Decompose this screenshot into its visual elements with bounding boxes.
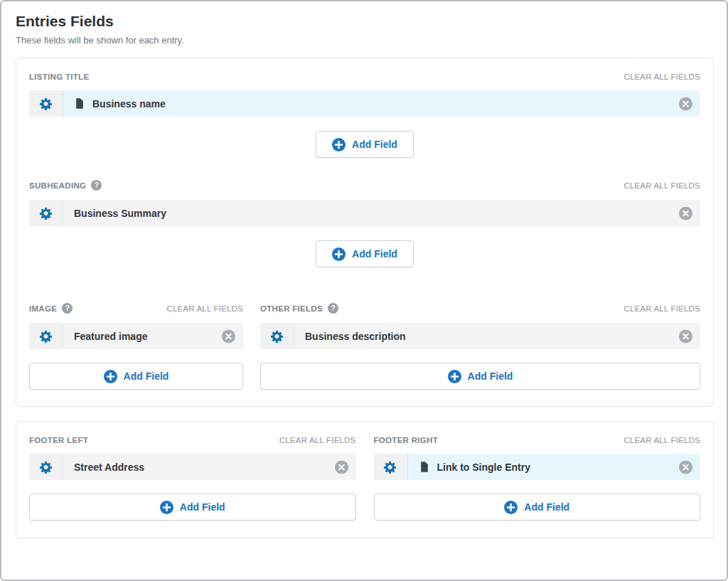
plus-circle-icon (332, 138, 346, 151)
field-row-featured-image[interactable]: Featured image (29, 323, 243, 349)
footer-fields-card: FOOTER LEFT CLEAR ALL FIELDS Street Addr… (16, 421, 714, 538)
section-label-image: IMAGE (29, 304, 57, 313)
plus-circle-icon (448, 370, 461, 383)
add-field-label: Add Field (468, 371, 513, 382)
add-field-button[interactable]: Add Field (260, 363, 700, 390)
add-field-button[interactable]: Add Field (29, 363, 243, 390)
add-field-button[interactable]: Add Field (29, 494, 356, 521)
footer-row: FOOTER LEFT CLEAR ALL FIELDS Street Addr… (29, 436, 700, 521)
clear-all-fields-button[interactable]: CLEAR ALL FIELDS (623, 304, 700, 313)
field-settings-button[interactable] (29, 454, 63, 480)
gear-icon (39, 206, 53, 220)
dismiss-circle-icon (335, 460, 348, 474)
dismiss-circle-icon (222, 329, 235, 343)
remove-field-button[interactable] (679, 460, 692, 474)
field-settings-button[interactable] (374, 454, 408, 480)
section-label-other-fields: OTHER FIELDS (260, 304, 323, 313)
add-field-label: Add Field (352, 248, 397, 260)
gear-icon (39, 329, 53, 343)
add-field-label: Add Field (352, 139, 397, 150)
field-label: Featured image (74, 331, 147, 342)
field-settings-button[interactable] (29, 90, 63, 117)
page-title: Entries Fields (16, 13, 714, 30)
field-settings-button[interactable] (260, 323, 294, 349)
gear-icon (270, 329, 284, 343)
help-circle-icon[interactable]: ? (328, 303, 338, 314)
clear-all-fields-button[interactable]: CLEAR ALL FIELDS (279, 436, 356, 444)
add-field-label: Add Field (524, 501, 569, 513)
add-field-button[interactable]: Add Field (374, 494, 701, 521)
section-label-footer-left: FOOTER LEFT (29, 436, 88, 444)
remove-field-button[interactable] (679, 97, 692, 110)
add-field-label: Add Field (124, 371, 169, 382)
entries-fields-page: Entries Fields These fields will be show… (1, 1, 727, 538)
field-row-business-description[interactable]: Business description (260, 323, 700, 349)
dismiss-circle-icon (679, 329, 692, 343)
section-image: IMAGE ? CLEAR ALL FIELDS Featured image (29, 303, 243, 390)
field-row-street-address[interactable]: Street Address (29, 454, 356, 480)
remove-field-button[interactable] (222, 329, 235, 343)
section-subheading: SUBHEADING ? CLEAR ALL FIELDS Business S… (29, 180, 700, 267)
section-label-subheading: SUBHEADING (29, 181, 86, 190)
plus-circle-icon (504, 501, 518, 514)
field-row-business-summary[interactable]: Business Summary (29, 200, 700, 226)
dismiss-circle-icon (679, 460, 692, 474)
plus-circle-icon (104, 370, 117, 383)
field-label: Link to Single Entry (437, 462, 530, 473)
section-label-footer-right: FOOTER RIGHT (374, 436, 438, 444)
section-footer-right: FOOTER RIGHT CLEAR ALL FIELDS Link to Si… (374, 436, 701, 521)
page-subtitle: These fields will be shown for each entr… (16, 35, 714, 46)
field-label: Business Summary (74, 208, 166, 219)
plus-circle-icon (332, 247, 346, 261)
gear-icon (383, 460, 397, 474)
remove-field-button[interactable] (679, 206, 692, 220)
clear-all-fields-button[interactable]: CLEAR ALL FIELDS (166, 304, 243, 313)
image-other-fields-row: IMAGE ? CLEAR ALL FIELDS Featured image (29, 303, 700, 390)
add-field-button[interactable]: Add Field (316, 131, 414, 158)
section-listing-title: LISTING TITLE CLEAR ALL FIELDS Business … (29, 73, 700, 158)
help-circle-icon[interactable]: ? (91, 180, 102, 191)
field-row-business-name[interactable]: Business name (29, 90, 700, 117)
field-settings-button[interactable] (29, 200, 63, 226)
clear-all-fields-button[interactable]: CLEAR ALL FIELDS (623, 181, 700, 190)
clear-all-fields-button[interactable]: CLEAR ALL FIELDS (623, 436, 700, 444)
help-circle-icon[interactable]: ? (62, 303, 73, 314)
dismiss-circle-icon (679, 206, 692, 220)
add-field-button[interactable]: Add Field (316, 240, 414, 267)
gear-icon (39, 460, 53, 474)
dismiss-circle-icon (679, 97, 692, 110)
document-icon (419, 460, 430, 474)
field-settings-button[interactable] (29, 323, 63, 349)
document-icon (74, 97, 85, 110)
field-label: Street Address (74, 462, 144, 473)
remove-field-button[interactable] (679, 329, 692, 343)
field-row-link-to-single-entry[interactable]: Link to Single Entry (374, 454, 701, 480)
add-field-label: Add Field (180, 501, 225, 513)
section-label-listing-title: LISTING TITLE (29, 73, 89, 81)
clear-all-fields-button[interactable]: CLEAR ALL FIELDS (623, 73, 700, 81)
section-footer-left: FOOTER LEFT CLEAR ALL FIELDS Street Addr… (29, 436, 356, 521)
remove-field-button[interactable] (335, 460, 348, 474)
entries-fields-card: LISTING TITLE CLEAR ALL FIELDS Business … (16, 58, 714, 407)
gear-icon (39, 97, 53, 111)
plus-circle-icon (160, 501, 173, 514)
section-other-fields: OTHER FIELDS ? CLEAR ALL FIELDS Business… (260, 303, 700, 390)
field-label: Business description (305, 331, 406, 342)
field-label: Business name (92, 98, 166, 110)
